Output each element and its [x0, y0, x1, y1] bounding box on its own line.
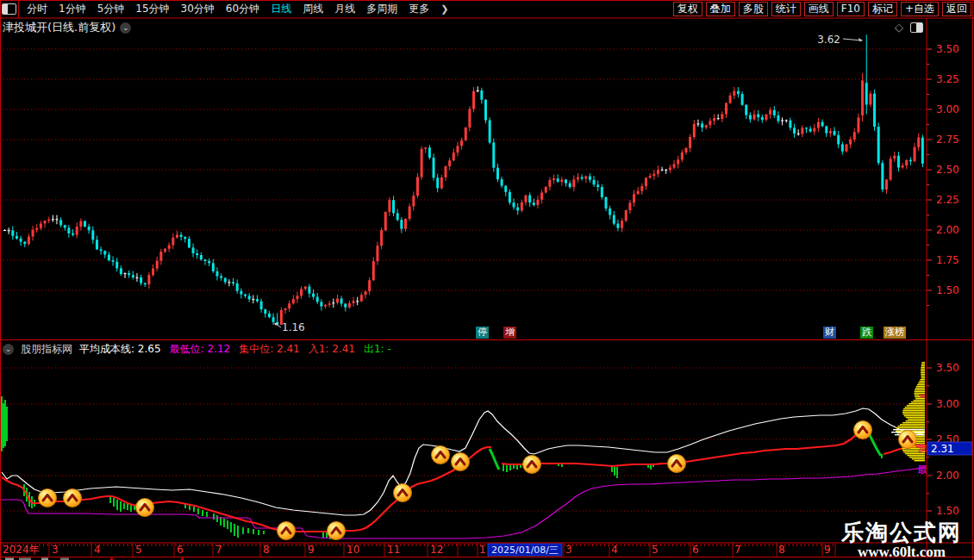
chevron-down-icon[interactable]: ⌄ [120, 22, 131, 34]
month-label: 5 [652, 544, 659, 556]
main-axis-label: 2.00 [936, 224, 959, 236]
month-label: 12 [430, 544, 443, 556]
gold-coin-marker [278, 522, 296, 540]
month-label: 6 [692, 544, 699, 556]
indicator-axis-label: 3.00 [936, 398, 959, 410]
split-view-icon[interactable] [910, 22, 923, 33]
gold-coin-marker [523, 456, 541, 474]
month-label: 3 [52, 544, 59, 556]
month-label: 11 [387, 544, 400, 556]
month-label: 5 [135, 544, 142, 556]
price-annotations: 3.621.16 [274, 34, 863, 333]
page-title: 津投城开(日线.前复权) [3, 20, 116, 35]
chart-canvas[interactable]: 3.621.163.503.253.002.752.502.252.001.75… [0, 0, 974, 560]
gold-coin-marker [136, 499, 154, 517]
trading-app-window: 分时1分钟5分钟15分钟30分钟60分钟日线周线月线多周期更多❯ 复权叠加多股统… [0, 0, 974, 560]
month-label: 1 [479, 544, 486, 556]
gold-coin-marker [432, 446, 450, 464]
month-label: 10 [347, 544, 359, 556]
gridlines [0, 49, 926, 511]
diamond-icon[interactable]: ◇ [895, 21, 903, 34]
indicator-source-label[interactable]: 股朋指标网 [21, 342, 72, 357]
month-label: 3 [565, 544, 572, 556]
month-label: 8 [263, 544, 270, 556]
market-badge-4[interactable]: 涨榜 [883, 327, 906, 339]
candlestick-series [3, 34, 924, 325]
watermark-url: www.60lt.com [841, 544, 962, 560]
low-annotation: 1.16 [282, 321, 305, 333]
indicator-field-3: 入1: 2.41 [309, 342, 355, 357]
month-label: 8 [778, 544, 785, 556]
main-axis-label: 2.50 [936, 164, 959, 176]
main-axis-label: 3.25 [936, 73, 959, 85]
date-axis: 2024年3456789101112134567892025/01/08/三 [3, 543, 835, 557]
indicator-values: 平均成本线: 2.65最低位: 2.12集中位: 2.41入1: 2.41出1:… [79, 342, 391, 357]
month-label: 7 [215, 544, 222, 556]
buy-signal-coins [39, 421, 917, 540]
indicator-field-1: 最低位: 2.12 [170, 342, 231, 357]
chart-title-row: 津投城开(日线.前复权) ⌄ [3, 20, 131, 35]
main-axis-label: 3.00 [936, 103, 959, 115]
gold-coin-marker [452, 453, 470, 471]
indicator-header: ⌄ 股朋指标网 平均成本线: 2.65最低位: 2.12集中位: 2.41入1:… [3, 342, 391, 357]
indicator-axis-label: 1.50 [936, 505, 959, 517]
gold-coin-marker [64, 489, 82, 507]
main-axis-label: 3.50 [936, 43, 959, 55]
clipped-line-label: 最 [917, 464, 927, 476]
gold-coin-marker [39, 489, 57, 507]
gold-coin-marker [899, 431, 917, 449]
main-axis-label: 2.75 [936, 134, 959, 146]
month-label: 9 [308, 544, 315, 556]
month-label: 6 [177, 544, 184, 556]
main-axis-label: 1.75 [936, 254, 959, 266]
month-label: 7 [734, 544, 741, 556]
watermark: 乐淘公式网 www.60lt.com [841, 522, 962, 560]
indicator-axis-label: 2.00 [936, 470, 959, 482]
indicator-field-4: 出1: - [364, 342, 391, 357]
indicator-field-0: 平均成本线: 2.65 [79, 342, 161, 357]
collapse-indicator-icon[interactable]: ⌄ [3, 344, 14, 355]
month-label: 2024年 [3, 544, 40, 556]
exit-line [869, 433, 881, 456]
month-label: 4 [94, 544, 101, 556]
market-badge-2[interactable]: 财 [823, 327, 836, 339]
market-badge-3[interactable]: 跌 [860, 327, 873, 339]
current-price-tag: 2.31 [931, 443, 954, 455]
month-label: 4 [611, 544, 618, 556]
main-axis-label: 1.50 [936, 284, 959, 296]
price-tag: 2.31 [927, 442, 972, 455]
indicator-axis-label: 3.50 [936, 362, 959, 374]
market-badge-1[interactable]: 增 [503, 327, 516, 339]
exit-line [490, 449, 499, 470]
gold-coin-marker [668, 455, 686, 473]
watermark-site-name: 乐淘公式网 [841, 522, 962, 544]
indicator-field-2: 集中位: 2.41 [239, 342, 300, 357]
main-axis-label: 2.25 [936, 194, 959, 206]
selected-date-label: 2025/01/08/三 [491, 544, 559, 556]
gold-coin-marker [394, 484, 412, 502]
market-badge-0[interactable]: 停 [476, 327, 489, 339]
month-label: 9 [824, 544, 831, 556]
gold-coin-marker [854, 421, 872, 439]
gold-coin-marker [328, 522, 346, 540]
high-annotation: 3.62 [817, 34, 840, 46]
